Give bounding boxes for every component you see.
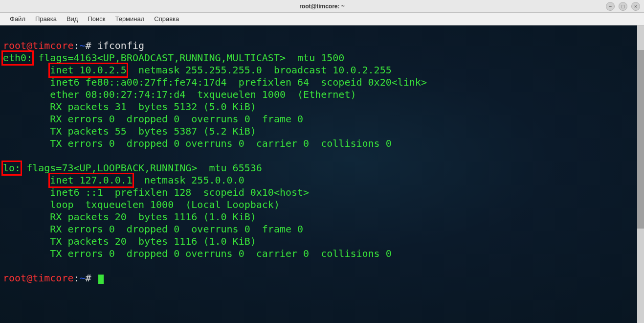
menu-search[interactable]: Поиск xyxy=(83,13,110,24)
lo-inet6: inet6 ::1 prefixlen 128 scopeid 0x10<hos… xyxy=(3,186,309,198)
eth0-inet: inet 10.0.2.5 xyxy=(50,64,127,76)
prompt-symbol-2: # xyxy=(86,272,91,284)
cursor-icon xyxy=(98,275,104,284)
prompt-user-host-2: root@timcore xyxy=(3,272,74,284)
scrollbar[interactable] xyxy=(637,25,644,323)
prompt-sep: : xyxy=(74,40,80,51)
window-controls: − □ × xyxy=(606,2,640,11)
close-button[interactable]: × xyxy=(631,2,640,11)
indent xyxy=(3,174,50,186)
prompt-sep-2: : xyxy=(74,272,80,284)
prompt-path: ~ xyxy=(80,40,86,51)
eth0-rx-errors: RX errors 0 dropped 0 overruns 0 frame 0 xyxy=(3,113,303,125)
lo-inet-rest: netmask 255.0.0.0 xyxy=(133,174,244,186)
lo-rx-packets: RX packets 20 bytes 1116 (1.0 KiB) xyxy=(3,211,256,223)
minimize-button[interactable]: − xyxy=(606,2,615,11)
lo-rx-errors: RX errors 0 dropped 0 overruns 0 frame 0 xyxy=(3,223,303,235)
window-titlebar: root@timcore: ~ − □ × xyxy=(0,0,644,13)
highlight-eth0-iface: eth0: xyxy=(1,50,34,66)
menu-terminal[interactable]: Терминал xyxy=(110,13,149,24)
eth0-flags: flags=4163<UP,BROADCAST,RUNNING,MULTICAS… xyxy=(32,52,344,64)
eth0-tx-errors: TX errors 0 dropped 0 overruns 0 carrier… xyxy=(3,138,392,149)
scrollbar-thumb[interactable] xyxy=(637,50,644,229)
lo-tx-errors: TX errors 0 dropped 0 overruns 0 carrier… xyxy=(3,248,392,259)
menu-help[interactable]: Справка xyxy=(149,13,184,24)
lo-tx-packets: TX packets 20 bytes 1116 (1.0 KiB) xyxy=(3,235,256,247)
maximize-button[interactable]: □ xyxy=(619,2,627,11)
lo-loop: loop txqueuelen 1000 (Local Loopback) xyxy=(3,199,280,210)
eth0-iface: eth0: xyxy=(3,52,32,64)
highlight-eth0-inet: inet 10.0.2.5 xyxy=(48,63,128,78)
eth0-rx-packets: RX packets 31 bytes 5132 (5.0 KiB) xyxy=(3,101,256,113)
highlight-lo-iface: lo: xyxy=(1,161,22,176)
command-text: ifconfig xyxy=(97,40,144,51)
menu-file[interactable]: Файл xyxy=(5,13,30,24)
prompt-symbol: # xyxy=(86,40,91,51)
indent xyxy=(3,64,50,76)
window-title: root@timcore: ~ xyxy=(299,3,345,10)
terminal-area[interactable]: root@timcore:~# ifconfig eth0: flags=416… xyxy=(0,25,644,323)
eth0-inet6: inet6 fe80::a00:27ff:fe74:17d4 prefixlen… xyxy=(3,76,427,88)
menu-view[interactable]: Вид xyxy=(62,13,83,24)
menu-bar: Файл Правка Вид Поиск Терминал Справка xyxy=(0,13,644,25)
eth0-inet-rest: netmask 255.255.255.0 broadcast 10.0.2.2… xyxy=(127,64,392,76)
prompt-user-host: root@timcore xyxy=(3,40,74,51)
prompt-path-2: ~ xyxy=(80,272,86,284)
eth0-ether: ether 08:00:27:74:17:d4 txqueuelen 1000 … xyxy=(3,89,356,100)
lo-iface: lo: xyxy=(3,162,21,174)
eth0-tx-packets: TX packets 55 bytes 5387 (5.2 KiB) xyxy=(3,125,256,137)
lo-inet: inet 127.0.0.1 xyxy=(50,174,133,186)
menu-edit[interactable]: Правка xyxy=(30,13,62,24)
lo-flags: flags=73<UP,LOOPBACK,RUNNING> mtu 65536 xyxy=(21,162,262,174)
highlight-lo-inet: inet 127.0.0.1 xyxy=(48,173,134,188)
